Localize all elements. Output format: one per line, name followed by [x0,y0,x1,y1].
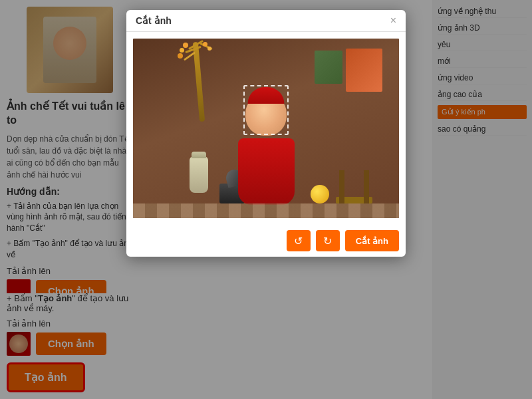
modal-body [126,32,406,225]
modal-overlay: Cắt ảnh × [0,0,532,399]
cat-anh-button[interactable]: Cắt ảnh [345,230,399,251]
modal-close-button[interactable]: × [390,15,396,26]
rotate-right-button[interactable]: ↻ [316,230,340,251]
rotate-left-button[interactable]: ↺ [287,230,311,251]
modal-footer: ↺ ↻ Cắt ảnh [126,225,406,257]
photo-background [133,39,399,218]
crop-area[interactable] [133,39,399,218]
crop-modal: Cắt ảnh × [126,10,406,257]
page-background: Ảnh chế Tết vui tuần lê to Dọn dẹp nhà c… [0,0,532,399]
modal-title: Cắt ảnh [136,15,172,26]
modal-header: Cắt ảnh × [126,10,406,32]
